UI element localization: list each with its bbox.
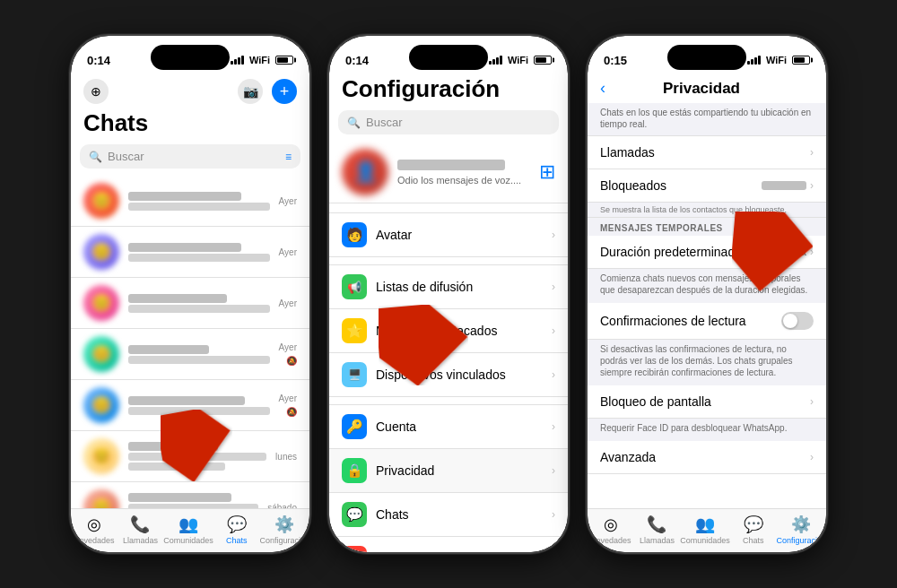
config-title: Configuración bbox=[329, 75, 568, 103]
battery-3 bbox=[792, 56, 810, 65]
chat-item-1[interactable]: 😊 Ayer bbox=[71, 176, 309, 227]
profile-section[interactable]: 👤 Odio los mensajes de voz.... ⊞ bbox=[329, 142, 568, 203]
time-1: 0:14 bbox=[87, 54, 110, 67]
menu-dots-icon[interactable]: ⊕ bbox=[83, 79, 109, 104]
phones-container: 0:14 🔔 WiFi ⊕ bbox=[51, 16, 846, 572]
qr-icon[interactable]: ⊞ bbox=[539, 160, 555, 184]
tab-llamadas-3[interactable]: 📞 Llamadas bbox=[634, 514, 681, 545]
tab-config-icon-1: ⚙️ bbox=[274, 514, 294, 534]
screen-2: Configuración 🔍 Buscar 👤 Odio los mensaj… bbox=[329, 75, 568, 552]
tab-novedades-1[interactable]: ◎ Novedades bbox=[71, 514, 118, 545]
mute-icon-4: 🔕 bbox=[286, 356, 297, 366]
priv-llamadas[interactable]: Llamadas › bbox=[588, 136, 826, 169]
tab-config-label-3: Configuración bbox=[776, 536, 826, 545]
wifi-3: WiFi bbox=[766, 55, 787, 65]
tab-llamadas-label-1: Llamadas bbox=[123, 536, 158, 545]
tab-chats-label-3: Chats bbox=[743, 536, 764, 545]
chat-name-1 bbox=[128, 192, 241, 201]
chat-item-3[interactable]: 😊 Ayer bbox=[71, 278, 309, 329]
chat-item-4[interactable]: 😊 Ayer 🔕 bbox=[71, 329, 309, 380]
tab-novedades-label-3: Novedades bbox=[590, 536, 631, 545]
tab-comunidades-icon-3: 👥 bbox=[695, 514, 715, 534]
confirmaciones-note: Si desactivas las confirmaciones de lect… bbox=[588, 340, 826, 385]
tab-llamadas-icon-3: 📞 bbox=[647, 514, 666, 534]
tab-llamadas-1[interactable]: 📞 Llamadas bbox=[118, 514, 164, 545]
priv-avanzada[interactable]: Avanzada › bbox=[588, 441, 826, 474]
priv-bloqueo-chevron: › bbox=[810, 395, 814, 408]
profile-avatar: 👤 bbox=[342, 149, 388, 195]
camera-icon[interactable]: 📷 bbox=[238, 79, 263, 104]
tab-comunidades-1[interactable]: 👥 Comunidades bbox=[163, 514, 213, 545]
time-3: 0:15 bbox=[604, 54, 627, 67]
signal-2 bbox=[489, 56, 502, 65]
search-bar-1[interactable]: 🔍 Buscar ≡ bbox=[80, 144, 300, 169]
priv-list: Llamadas › Bloqueados › Se muestra la li… bbox=[588, 136, 826, 508]
chat-item-2[interactable]: 😊 Ayer bbox=[71, 227, 309, 278]
chat-meta-3: Ayer bbox=[279, 298, 297, 308]
tab-novedades-3[interactable]: ◎ Novedades bbox=[588, 514, 634, 545]
settings-difusion[interactable]: 📢 Listas de difusión › bbox=[329, 264, 568, 309]
chat-time-3: Ayer bbox=[279, 298, 297, 308]
chat-item-5[interactable]: 😊 Ayer 🔕 bbox=[71, 380, 309, 431]
settings-destacados[interactable]: ⭐ Mensajes destacados › bbox=[329, 309, 568, 353]
phone-3: 0:15 🔔 WiFi ‹ bbox=[586, 34, 828, 554]
notificaciones-icon: 🔔 bbox=[342, 546, 367, 552]
tab-config-3[interactable]: ⚙️ Configuración bbox=[776, 514, 826, 545]
search-bar-2[interactable]: 🔍 Buscar bbox=[338, 110, 559, 134]
chat-time-6: lunes bbox=[275, 452, 297, 462]
tab-bar-1: ◎ Novedades 📞 Llamadas 👥 Comunidades 💬 C… bbox=[71, 508, 309, 552]
priv-header: ‹ Privacidad bbox=[588, 75, 826, 103]
back-button[interactable]: ‹ bbox=[600, 79, 605, 98]
settings-chats[interactable]: 💬 Chats › bbox=[329, 493, 568, 537]
avatar-chevron: › bbox=[552, 229, 555, 241]
tab-config-1[interactable]: ⚙️ Configuración bbox=[259, 514, 309, 545]
chat-item-6[interactable]: 😊 lunes bbox=[71, 431, 309, 482]
chat-time-1: Ayer bbox=[279, 196, 297, 206]
tab-comunidades-3[interactable]: 👥 Comunidades bbox=[680, 514, 730, 545]
phone-1: 0:14 🔔 WiFi ⊕ bbox=[69, 34, 311, 554]
tab-chats-1[interactable]: 💬 Chats bbox=[213, 514, 260, 545]
filter-icon[interactable]: ≡ bbox=[285, 151, 292, 163]
signal-1 bbox=[231, 56, 244, 65]
chats-icon: 💬 bbox=[342, 502, 367, 527]
tab-config-icon-3: ⚙️ bbox=[791, 514, 811, 534]
privacidad-label: Privacidad bbox=[376, 463, 543, 478]
confirmaciones-toggle[interactable] bbox=[781, 312, 814, 330]
tab-config-label-1: Configuración bbox=[259, 536, 309, 545]
priv-duracion-chevron: › bbox=[810, 246, 814, 258]
settings-cuenta[interactable]: 🔑 Cuenta › bbox=[329, 404, 568, 449]
chat-item-7[interactable]: 😊 sábado bbox=[71, 482, 309, 508]
avatar-6: 😊 bbox=[83, 438, 119, 474]
cuenta-label: Cuenta bbox=[376, 419, 543, 434]
profile-status: Odio los mensajes de voz.... bbox=[397, 175, 530, 186]
chat-time-2: Ayer bbox=[279, 247, 297, 257]
dynamic-island-1 bbox=[151, 45, 230, 70]
priv-confirmaciones[interactable]: Confirmaciones de lectura bbox=[588, 303, 826, 340]
avatar-label: Avatar bbox=[376, 228, 543, 242]
priv-duracion[interactable]: Duración predeterminada Desactivada › bbox=[588, 236, 826, 269]
priv-title: Privacidad bbox=[611, 80, 792, 98]
tab-chats-3[interactable]: 💬 Chats bbox=[730, 514, 777, 545]
priv-confirmaciones-label: Confirmaciones de lectura bbox=[600, 314, 781, 328]
avatar-2: 😊 bbox=[83, 234, 119, 270]
priv-llamadas-label: Llamadas bbox=[600, 145, 810, 160]
signal-3 bbox=[747, 56, 761, 65]
settings-notificaciones[interactable]: 🔔 Notificaciones › bbox=[329, 537, 568, 552]
phone-2: 0:14 🔔 WiFi Configuración bbox=[327, 34, 570, 554]
settings-avatar[interactable]: 🧑 Avatar › bbox=[329, 212, 568, 257]
blocked-value bbox=[762, 181, 806, 190]
battery-2 bbox=[534, 56, 552, 65]
settings-section-3: 🔑 Cuenta › 🔒 Privacidad › 💬 Chats › bbox=[329, 404, 568, 552]
settings-privacidad[interactable]: 🔒 Privacidad › bbox=[329, 449, 568, 493]
priv-bloqueados-chevron: › bbox=[810, 179, 814, 192]
search-placeholder-2: Buscar bbox=[366, 116, 550, 129]
priv-bloqueo[interactable]: Bloqueo de pantalla › bbox=[588, 385, 826, 419]
settings-dispositivos[interactable]: 🖥️ Dispositivos vinculados › bbox=[329, 353, 568, 397]
compose-icon[interactable]: + bbox=[272, 79, 297, 104]
avatar-5: 😊 bbox=[83, 387, 119, 423]
dispositivos-icon: 🖥️ bbox=[342, 362, 367, 387]
chat-preview-5 bbox=[128, 407, 270, 415]
screen-3: ‹ Privacidad Chats en los que estás comp… bbox=[588, 75, 826, 552]
wifi-1: WiFi bbox=[249, 55, 270, 65]
priv-bloqueados[interactable]: Bloqueados › bbox=[588, 169, 826, 203]
